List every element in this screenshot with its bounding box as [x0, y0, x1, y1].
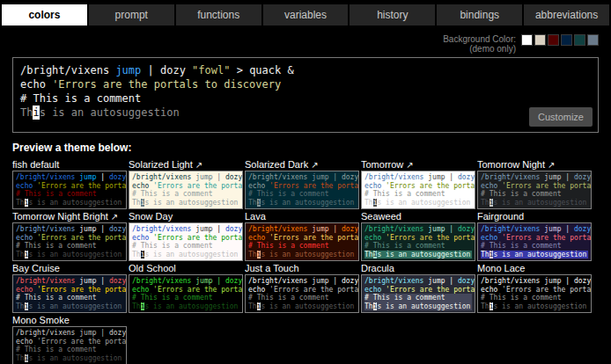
- theme-preview-fish-default[interactable]: /bright/vixens jump | dozy "fowl" > quac…: [12, 171, 127, 209]
- background-swatch-3[interactable]: [548, 34, 559, 46]
- code-segment: jump: [79, 277, 96, 285]
- code-segment: # This is a comment: [364, 294, 445, 302]
- code-segment: Th: [132, 199, 141, 207]
- code-segment: Th: [364, 199, 373, 207]
- theme-preview-just-a-touch[interactable]: /bright/vixens jump | dozy "fowl" > quac…: [245, 274, 359, 313]
- theme-preview-solarized-light[interactable]: /bright/vixens jump | dozy "fowl" > quac…: [129, 171, 243, 209]
- code-segment: [358, 173, 359, 181]
- theme-sample-line: /bright/vixens jump | dozy "fowl" > quac…: [16, 277, 123, 286]
- code-segment: [475, 173, 475, 181]
- code-segment: s is an autosuggestion: [493, 251, 586, 258]
- code-segment: # This is a comment: [248, 242, 329, 250]
- external-link-icon[interactable]: ↗: [311, 160, 318, 170]
- code-segment: jump: [312, 173, 328, 181]
- theme-preview-mono-lace[interactable]: /bright/vixens jump | dozy "fowl" > quac…: [477, 274, 592, 313]
- tab-history[interactable]: history: [350, 4, 435, 25]
- theme-sample-line: # This is a comment: [16, 190, 123, 199]
- external-link-icon[interactable]: ↗: [111, 212, 118, 222]
- code-segment: # This is a comment: [16, 346, 97, 353]
- tab-prompt[interactable]: prompt: [89, 4, 174, 25]
- customize-button[interactable]: Customize: [529, 107, 593, 127]
- code-segment: jump: [195, 277, 212, 285]
- code-segment: Th: [16, 251, 25, 258]
- code-segment: 'Errors are the portals to discovery: [386, 286, 475, 294]
- tab-colors[interactable]: colors: [2, 4, 87, 25]
- code-segment: echo: [481, 234, 497, 242]
- code-segment: echo: [248, 234, 265, 242]
- theme-title-solarized-dark: Solarized Dark↗: [245, 159, 359, 171]
- theme-sample-line: # This is a comment: [16, 346, 123, 354]
- theme-name: Old School: [129, 263, 176, 273]
- code-segment: /bright/vixens: [16, 329, 75, 337]
- theme-preview-lava[interactable]: /bright/vixens jump | dozy "fowl" > quac…: [245, 222, 359, 261]
- code-segment: 'Errors are the portals to discovery: [502, 286, 592, 294]
- code-segment: [591, 225, 592, 233]
- code-segment: dozy: [458, 277, 475, 285]
- theme-preview-seaweed[interactable]: /bright/vixens jump | dozy "fowl" > quac…: [361, 222, 475, 261]
- code-segment: s is an autosuggestion: [28, 354, 121, 362]
- code-segment: s is an autosuggestion: [28, 302, 121, 310]
- code-segment: s is an autosuggestion: [261, 302, 354, 310]
- theme-sample-line: /bright/vixens jump | dozy "fowl" > quac…: [481, 173, 588, 182]
- code-segment: Th: [16, 302, 25, 310]
- theme-name: Seaweed: [361, 211, 401, 222]
- external-link-icon[interactable]: ↗: [195, 160, 202, 170]
- theme-name: Lava: [245, 211, 266, 222]
- code-segment: Th: [248, 302, 257, 310]
- theme-card-bay-cruise: Bay Cruise/bright/vixens jump | dozy "fo…: [12, 263, 127, 313]
- tab-functions[interactable]: functions: [176, 4, 261, 25]
- theme-preview-tomorrow-night[interactable]: /bright/vixens jump | dozy "fowl" > quac…: [477, 171, 592, 209]
- theme-preview-tomorrow[interactable]: /bright/vixens jump | dozy "fowl" > quac…: [361, 171, 475, 209]
- code-segment: |: [141, 64, 160, 76]
- code-segment: s is an autosuggestion: [28, 251, 121, 258]
- code-segment: jump: [79, 329, 96, 337]
- tab-variables[interactable]: variables: [263, 4, 349, 25]
- background-swatch-4[interactable]: [561, 34, 572, 46]
- code-segment: # This is a comment: [364, 242, 445, 250]
- theme-preview-bay-cruise[interactable]: /bright/vixens jump | dozy "fowl" > quac…: [12, 274, 127, 313]
- theme-sample-autosuggestion: This is an autosuggestion: [16, 251, 123, 259]
- theme-preview-snow-day[interactable]: /bright/vixens jump | dozy "fowl" > quac…: [129, 222, 243, 261]
- tab-bindings[interactable]: bindings: [437, 4, 522, 25]
- theme-sample-autosuggestion: This is an autosuggestion: [248, 199, 356, 207]
- external-link-icon[interactable]: ↗: [548, 160, 555, 170]
- background-swatch-5[interactable]: [574, 34, 585, 46]
- theme-sample-line: # This is a comment: [364, 242, 472, 251]
- background-swatch-2[interactable]: [534, 34, 546, 46]
- code-segment: 'Errors are the portals to discovery: [153, 286, 243, 294]
- code-segment: [242, 173, 243, 181]
- code-segment: |: [445, 277, 458, 285]
- code-segment: Th: [364, 302, 373, 310]
- theme-preview-mono-smoke[interactable]: /bright/vixens jump | dozy "fowl" > quac…: [12, 326, 127, 364]
- theme-sample-line: # This is a comment: [364, 294, 472, 302]
- theme-preview-tomorrow-night-bright[interactable]: /bright/vixens jump | dozy "fowl" > quac…: [12, 222, 127, 261]
- background-swatch-1[interactable]: [521, 34, 533, 46]
- code-segment: s is an autosuggestion: [28, 199, 121, 207]
- external-link-icon[interactable]: ↗: [406, 160, 413, 170]
- preview-heading: Preview a theme below:: [12, 142, 599, 154]
- code-segment: [242, 225, 243, 233]
- theme-preview-fairground[interactable]: /bright/vixens jump | dozy "fowl" > quac…: [477, 222, 592, 261]
- theme-title-dracula: Dracula: [361, 263, 475, 274]
- theme-preview-dracula[interactable]: /bright/vixens jump | dozy "fowl" > quac…: [361, 274, 475, 313]
- code-segment: dozy: [342, 173, 358, 181]
- code-segment: echo: [248, 286, 265, 294]
- code-segment: 'Errors are the portals to discovery: [37, 286, 127, 294]
- code-segment: 'Errors are the portals to discovery: [269, 286, 359, 294]
- code-segment: /bright/vixens: [248, 173, 307, 181]
- theme-sample-line: # This is a comment: [364, 190, 472, 199]
- tab-abbreviations[interactable]: abbreviations: [524, 4, 609, 25]
- theme-preview-old-school[interactable]: /bright/vixens jump | dozy "fowl" > quac…: [129, 274, 243, 313]
- code-segment: s is an autosuggestion: [144, 302, 238, 310]
- code-segment: jump: [428, 225, 445, 233]
- background-swatch-6[interactable]: [587, 34, 599, 46]
- code-segment: /bright/vixens: [132, 277, 191, 285]
- theme-sample-line: # This is a comment: [481, 242, 588, 251]
- theme-preview-solarized-dark[interactable]: /bright/vixens jump | dozy "fowl" > quac…: [245, 171, 359, 209]
- theme-sample-autosuggestion: This is an autosuggestion: [364, 302, 472, 311]
- background-color-label: Background Color:: [443, 34, 516, 44]
- code-segment: |: [562, 277, 574, 285]
- code-segment: /bright/vixens: [248, 277, 307, 285]
- code-segment: jump: [115, 64, 141, 76]
- code-segment: dozy: [225, 225, 242, 233]
